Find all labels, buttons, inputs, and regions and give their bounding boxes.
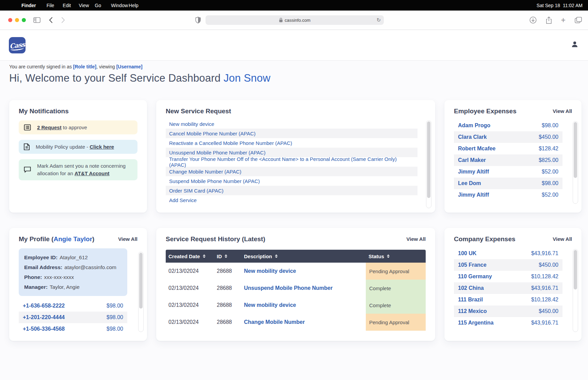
menu-item-help[interactable]: Help	[129, 3, 138, 8]
phone-number-link[interactable]: +1-636-658-2222	[23, 303, 65, 309]
menu-clock[interactable]: Sat Sep 18 11:02 AM	[537, 0, 583, 11]
scrollbar-track[interactable]	[573, 121, 578, 204]
company-name-link[interactable]: 111 Brazil	[458, 297, 483, 303]
share-icon[interactable]	[546, 16, 552, 24]
employee-expense-row[interactable]: Adam Progo $98.00	[454, 120, 562, 131]
service-request-link[interactable]: Cancel Mobile Phone Number (APAC)	[166, 129, 418, 138]
company-expenses-view-all-link[interactable]: View All	[553, 236, 572, 242]
reload-icon[interactable]: ↻	[376, 17, 381, 23]
employee-expense-row[interactable]: Lee Dom $98.00	[454, 178, 562, 189]
profile-field-value: ataylor@cassinfo.com	[64, 264, 116, 270]
company-name-link[interactable]: 105 France	[458, 262, 487, 268]
company-name-link[interactable]: 115 Argentina	[458, 320, 493, 326]
employee-expense-row[interactable]: Robert Mcafee $128.42	[454, 143, 562, 154]
column-header-id[interactable]: ID	[214, 253, 241, 259]
phone-line-row[interactable]: +1-506-336-4568 $98.00	[19, 323, 127, 335]
new-tab-icon[interactable]: +	[561, 16, 566, 24]
menu-item-window[interactable]: Window	[111, 3, 128, 8]
minimize-window-button[interactable]	[15, 18, 19, 22]
service-request-link[interactable]: Reactivate a Cancelled Mobile Phone Numb…	[166, 138, 418, 148]
cass-logo[interactable]: Cass	[9, 37, 26, 53]
service-request-link[interactable]: Unsuspend Mobile Phone Number (APAC)	[166, 148, 418, 157]
company-expense-row[interactable]: 100 UK $43,916.71	[454, 248, 562, 259]
forward-button-icon[interactable]	[61, 17, 65, 23]
policy-click-here-link[interactable]: Click here	[89, 144, 114, 150]
notification-approvals[interactable]: 2 Request to approve	[19, 120, 137, 134]
downloads-icon[interactable]	[529, 17, 537, 24]
description-link[interactable]: New mobility device	[241, 297, 366, 314]
service-request-list: New mobility device Cancel Mobile Phone …	[166, 119, 418, 205]
employee-expense-row[interactable]: Jimmy Altiff $52.00	[454, 166, 562, 178]
company-name-link[interactable]: 110 Germany	[458, 274, 492, 280]
employee-name-link[interactable]: Robert Mcafee	[458, 146, 495, 152]
profile-view-all-link[interactable]: View All	[118, 236, 137, 242]
requests-to-approve-link[interactable]: 2 Request	[37, 125, 62, 130]
company-expense-row[interactable]: 112 Mexico $450.00	[454, 305, 562, 317]
phone-line-row[interactable]: +1-636-658-2222 $98.00	[19, 300, 127, 312]
signin-role-link[interactable]: [Role title]	[73, 64, 96, 69]
privacy-shield-icon[interactable]	[195, 17, 201, 23]
column-header-status[interactable]: Status	[366, 253, 426, 259]
att-account-link[interactable]: AT&T Account	[75, 170, 110, 176]
user-avatar-icon[interactable]	[571, 41, 578, 50]
history-view-all-link[interactable]: View All	[406, 236, 426, 242]
employee-name-link[interactable]: Lee Dom	[458, 180, 481, 186]
service-request-link[interactable]: Order SIM Card (APAC)	[166, 186, 418, 195]
employee-name-link[interactable]: Adam Progo	[458, 122, 490, 129]
description-link[interactable]: Unsuspend Mobile Phone Number	[241, 280, 366, 297]
company-expense-row[interactable]: 102 China $43,916.71	[454, 282, 562, 294]
menu-item-go[interactable]: Go	[95, 3, 101, 8]
company-expense-row[interactable]: 110 Germany $10,128.42	[454, 271, 562, 282]
notification-policy-update[interactable]: Mobility Policy update - Click here	[19, 140, 137, 154]
company-name-link[interactable]: 112 Mexico	[458, 308, 487, 314]
employee-expenses-view-all-link[interactable]: View All	[553, 108, 572, 114]
scrollbar-thumb[interactable]	[574, 122, 577, 178]
company-name-link[interactable]: 102 China	[458, 285, 484, 291]
notification-note[interactable]: Mark Adam sent you a note concerning all…	[19, 159, 137, 180]
column-label: Status	[369, 253, 384, 259]
menu-item-file[interactable]: File	[47, 3, 54, 8]
employee-expense-row[interactable]: Jimmy Altiff $52.00	[454, 189, 562, 201]
service-request-link[interactable]: Suspend Mobile Phone Number (APAC)	[166, 176, 418, 186]
phone-line-row[interactable]: +1-201-220-4444 $98.00	[19, 312, 127, 323]
employee-name-link[interactable]: Clara Clark	[458, 134, 487, 140]
back-button-icon[interactable]	[49, 17, 53, 23]
service-request-link[interactable]: Add Service	[166, 195, 418, 205]
menu-item-finder[interactable]: Finder	[21, 3, 36, 8]
column-header-description[interactable]: Description	[241, 253, 366, 259]
menu-item-view[interactable]: View	[79, 3, 89, 8]
menu-item-edit[interactable]: Edit	[63, 3, 71, 8]
close-window-button[interactable]	[8, 18, 12, 22]
employee-name-link[interactable]: Jimmy Altiff	[458, 169, 489, 175]
service-request-link[interactable]: Transfer Your Phone Number Off of the <A…	[166, 157, 418, 167]
service-request-link[interactable]: Change Mobile Number (APAC)	[166, 167, 418, 176]
employee-name-link[interactable]: Carl Maker	[458, 157, 486, 163]
scrollbar-thumb[interactable]	[427, 121, 430, 198]
service-request-link[interactable]: New mobility device	[166, 119, 418, 129]
employee-name-link[interactable]: Jimmy Altiff	[458, 192, 489, 198]
scrollbar-track[interactable]	[426, 120, 431, 208]
sidebar-icon[interactable]	[33, 17, 40, 23]
scrollbar-thumb[interactable]	[574, 250, 577, 290]
signin-username-link[interactable]: [Username]	[116, 64, 143, 69]
company-expense-row[interactable]: 105 France $450.00	[454, 259, 562, 271]
description-link[interactable]: Change Mobile Number	[241, 314, 366, 331]
scrollbar-track[interactable]	[138, 252, 144, 332]
column-header-created-date[interactable]: Created Date	[166, 253, 214, 259]
column-label: ID	[217, 253, 222, 259]
company-name-link[interactable]: 100 UK	[458, 250, 476, 257]
phone-number-link[interactable]: +1-201-220-4444	[23, 314, 65, 320]
employee-expense-row[interactable]: Clara Clark $450.00	[454, 131, 562, 143]
column-label: Description	[244, 253, 272, 259]
description-link[interactable]: New mobility device	[241, 263, 366, 280]
address-bar[interactable]: cassinfo.com ↻	[206, 15, 384, 25]
zoom-window-button[interactable]	[22, 18, 26, 22]
phone-number-link[interactable]: +1-506-336-4568	[23, 326, 65, 332]
employee-expense-row[interactable]: Carl Maker $825.00	[454, 154, 562, 166]
company-expense-row[interactable]: 111 Brazil $10,128.42	[454, 294, 562, 305]
company-expense-row[interactable]: 115 Argentina $43,916.71	[454, 317, 562, 329]
profile-name-link[interactable]: Angie Taylor	[53, 235, 92, 243]
scrollbar-thumb[interactable]	[139, 253, 143, 309]
scrollbar-track[interactable]	[573, 249, 578, 332]
tab-overview-icon[interactable]	[575, 17, 582, 23]
